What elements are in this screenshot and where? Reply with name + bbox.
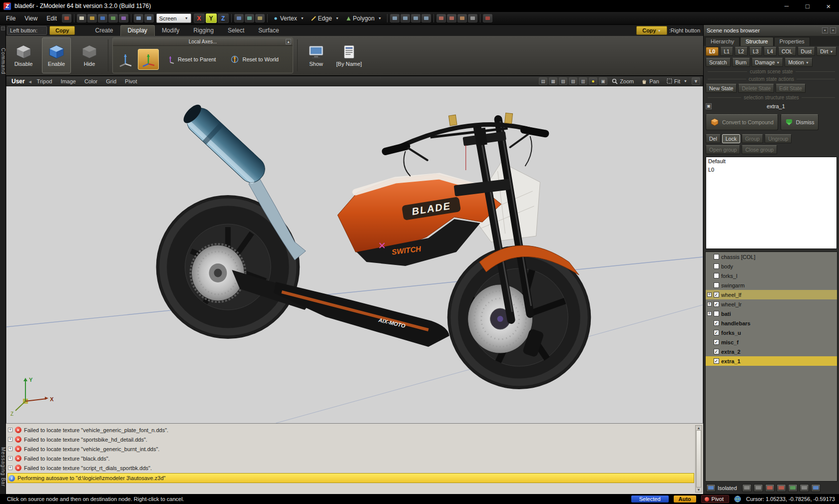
state-damage-button[interactable]: Damage▼ (752, 58, 784, 67)
state-burn-button[interactable]: Burn (732, 58, 750, 67)
filter-red-icon[interactable] (765, 484, 775, 492)
message-row[interactable]: Failed to locate texture "sportsbike_hd_… (7, 435, 694, 444)
state-dust-button[interactable]: Dust (798, 47, 816, 56)
node-checkbox[interactable] (714, 282, 719, 288)
weld-icon[interactable] (390, 14, 400, 22)
expander-icon[interactable] (8, 456, 12, 461)
open-group-button[interactable]: Open group (706, 145, 740, 154)
vertex-mode-button[interactable]: Vertex (270, 14, 307, 23)
viewport-3d[interactable]: AIX-MOTO BLADE SWITCH (6, 86, 703, 423)
node-checkbox[interactable]: ✓ (714, 320, 719, 326)
expander-icon[interactable] (707, 292, 712, 297)
node-checkbox[interactable]: ✓ (714, 339, 719, 345)
state-l0-button[interactable]: L0 (706, 47, 719, 56)
ungroup-button[interactable]: Ungroup (765, 134, 792, 143)
close-group-button[interactable]: Close group (742, 145, 777, 154)
globe-icon[interactable] (734, 496, 741, 503)
viewport-menu-grid[interactable]: Grid (102, 78, 120, 84)
messaging-bar-label[interactable]: Messaging Bar (0, 447, 6, 487)
lock-button[interactable]: Lock (722, 134, 740, 143)
minimize-button[interactable] (776, 0, 797, 12)
node-checkbox[interactable]: ✓ (714, 358, 719, 364)
snap-icon[interactable] (411, 14, 420, 22)
viewport-menu-color[interactable]: Color (80, 78, 101, 84)
dock-toggle-icon[interactable] (1, 26, 5, 30)
rotate-icon[interactable] (245, 14, 254, 22)
convert-to-compound-button[interactable]: Convert to Compound (706, 114, 778, 130)
maximize-button[interactable] (797, 0, 818, 12)
grid-toggle-icon[interactable]: ▥ (579, 77, 587, 85)
scrollbar-thumb[interactable] (696, 430, 701, 488)
view-name[interactable]: User (9, 78, 27, 85)
pin-icon[interactable]: ▪ (822, 27, 828, 33)
message-row[interactable]: Failed to locate texture "black.dds". (7, 454, 694, 463)
structure-states-list[interactable]: Default L0 (706, 157, 837, 249)
node-row-forks-l[interactable]: forks_l (706, 271, 837, 280)
new-state-button[interactable]: New State (706, 84, 737, 93)
node-row-wheel-lr[interactable]: ✓ wheel_lr (706, 299, 837, 309)
command-bar-label[interactable]: Command (0, 48, 6, 74)
message-row[interactable]: Failed to locate texture "script_rt_dial… (7, 463, 694, 473)
footboard-deck[interactable]: AIX-MOTO (274, 282, 449, 347)
layers-icon[interactable]: ▣ (599, 77, 607, 85)
node-checkbox[interactable] (714, 311, 719, 316)
expander-icon[interactable] (8, 447, 12, 451)
node-checkbox[interactable]: ✓ (714, 349, 719, 354)
settings-icon[interactable] (468, 14, 477, 22)
tab-hierarchy[interactable]: Hierarchy (705, 37, 740, 46)
dismiss-button[interactable]: Dismiss (781, 114, 819, 130)
local-axes-button[interactable] (138, 49, 159, 70)
axis-z-toggle[interactable]: Z (218, 13, 229, 23)
node-row-wheel-lf[interactable]: ✓ wheel_lf (706, 290, 837, 299)
close-panel-icon[interactable]: × (830, 27, 836, 33)
tab-structure[interactable]: Structure (740, 37, 774, 46)
tab-modify[interactable]: Modify (155, 25, 186, 36)
left-button-dropdown[interactable]: Left button: ▼ (7, 26, 47, 35)
wireframe-icon[interactable]: ▤ (539, 77, 547, 85)
node-row-swingarm[interactable]: swingarm (706, 280, 837, 290)
viewport-menu-more-icon[interactable]: ▼ (692, 77, 700, 85)
list-item[interactable]: L0 (706, 166, 837, 174)
tab-display[interactable]: Display (120, 25, 155, 36)
node-checkbox[interactable]: ✓ (714, 301, 719, 307)
node-row-extra-2[interactable]: ✓ extra_2 (706, 347, 837, 356)
expander-icon[interactable] (8, 437, 12, 442)
viewport-menu-pivot[interactable]: Pivot (121, 78, 141, 84)
state-scratch-button[interactable]: Scratch (706, 58, 731, 67)
node-checkbox[interactable]: ✓ (714, 330, 719, 335)
node-row-misc-f[interactable]: ✓ misc_f (706, 337, 837, 347)
open-file-icon[interactable] (87, 14, 97, 22)
export-icon[interactable] (119, 14, 128, 22)
edit-state-button[interactable]: Edit State (776, 84, 806, 93)
disable-button[interactable]: Disable (9, 37, 38, 73)
node-row-forks-u[interactable]: ✓ forks_u (706, 328, 837, 337)
tab-properties[interactable]: Properties (774, 37, 810, 46)
reset-to-world-button[interactable]: Reset to World (225, 48, 284, 70)
prev-view-icon[interactable] (28, 78, 32, 84)
node-checkbox[interactable]: ✓ (714, 292, 719, 297)
del-button[interactable]: Del (706, 134, 721, 143)
tab-rigging[interactable]: Rigging (186, 25, 221, 36)
texture-icon[interactable] (447, 14, 456, 22)
save-icon[interactable] (98, 14, 107, 22)
pan-tool[interactable]: Pan (638, 78, 662, 84)
isolated-view-icon[interactable] (706, 484, 716, 492)
by-name-button[interactable]: [By Name] (335, 37, 364, 73)
group-button[interactable]: Group (742, 134, 763, 143)
textured-icon[interactable]: ▨ (559, 77, 567, 85)
show-button[interactable]: Show (302, 37, 331, 73)
autosave-message-row[interactable]: Performing autosave to "d:\logiciel\zmod… (7, 473, 694, 483)
node-checkbox[interactable] (714, 263, 719, 269)
tab-surface[interactable]: Surface (251, 25, 286, 36)
message-row[interactable]: Failed to locate texture "vehicle_generi… (7, 444, 694, 454)
enable-button[interactable]: Enable (42, 37, 71, 73)
menu-file[interactable]: File (2, 13, 19, 23)
fit-tool[interactable]: Fit (664, 78, 690, 84)
filter-orange-icon[interactable] (777, 484, 786, 492)
scale-icon[interactable] (255, 14, 265, 22)
new-file-icon[interactable] (77, 14, 86, 22)
edge-mode-button[interactable]: Edge (308, 14, 342, 23)
state-l2-button[interactable]: L2 (735, 47, 748, 56)
light-icon[interactable]: ● (589, 77, 597, 85)
selected-mode-badge[interactable]: Selected (631, 496, 669, 503)
